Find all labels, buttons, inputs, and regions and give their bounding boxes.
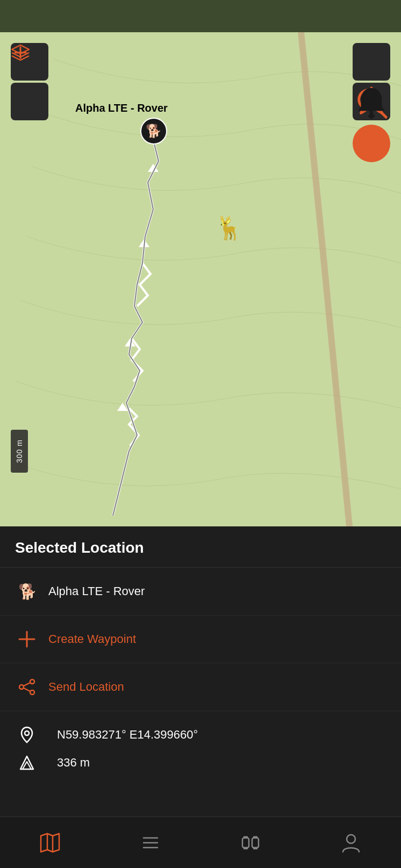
coord-row-2: 336 m: [15, 751, 386, 775]
svg-text:🐕: 🐕: [146, 123, 162, 139]
nav-profile[interactable]: [301, 817, 402, 868]
selected-location-header: Selected Location: [0, 526, 401, 568]
nav-devices[interactable]: [200, 817, 301, 868]
scale-bar: 300 m: [11, 430, 28, 473]
svg-marker-27: [41, 834, 59, 852]
nav-list[interactable]: [101, 817, 201, 868]
svg-point-15: [368, 114, 375, 118]
map-view[interactable]: Alpha LTE - Rover 🐕 i 🦌: [0, 32, 401, 526]
svg-line-23: [24, 688, 30, 691]
svg-line-22: [24, 683, 30, 686]
status-bar: [0, 0, 401, 32]
selected-location-title: Selected Location: [15, 539, 386, 556]
svg-point-24: [25, 731, 29, 735]
tracker-map-label: Alpha LTE - Rover: [75, 102, 168, 114]
tracker-map-icon: 🐕: [140, 117, 168, 145]
svg-rect-36: [252, 838, 259, 848]
map-controls-right: [353, 43, 390, 162]
deer-icon: 🦌: [215, 215, 243, 241]
tracker-name-item[interactable]: 🐕 Alpha LTE - Rover: [0, 568, 401, 616]
scale-label: 300 m: [15, 439, 24, 463]
tracker-name-text: Alpha LTE - Rover: [48, 584, 145, 598]
send-location-item[interactable]: Send Location: [0, 663, 401, 711]
elevation-text: 336 m: [57, 756, 90, 770]
nav-map[interactable]: [0, 817, 101, 868]
create-waypoint-text: Create Waypoint: [48, 632, 136, 646]
coord-row-1: N59.983271° E14.399660°: [15, 723, 386, 747]
svg-text:🐕: 🐕: [18, 583, 37, 601]
elevation-icon: [15, 751, 39, 775]
svg-point-21: [30, 690, 34, 695]
svg-point-20: [19, 685, 24, 689]
map-controls-left: [11, 43, 48, 122]
svg-rect-33: [242, 838, 249, 848]
coordinates-text: N59.983271° E14.399660°: [57, 728, 198, 742]
zoom-in-button[interactable]: [11, 83, 48, 120]
notification-button[interactable]: [353, 125, 390, 162]
bottom-nav: [0, 816, 401, 868]
create-waypoint-item[interactable]: Create Waypoint: [0, 616, 401, 663]
svg-point-19: [30, 679, 34, 684]
tracker-item-icon: 🐕: [15, 580, 39, 603]
svg-point-39: [347, 835, 355, 843]
send-location-icon: [15, 675, 39, 699]
send-location-text: Send Location: [48, 680, 124, 694]
location-pin-icon: [15, 723, 39, 747]
bottom-panel: Selected Location 🐕 Alpha LTE - Rover Cr…: [0, 526, 401, 816]
create-waypoint-icon: [15, 627, 39, 651]
coordinates-block: N59.983271° E14.399660° 336 m: [0, 711, 401, 786]
